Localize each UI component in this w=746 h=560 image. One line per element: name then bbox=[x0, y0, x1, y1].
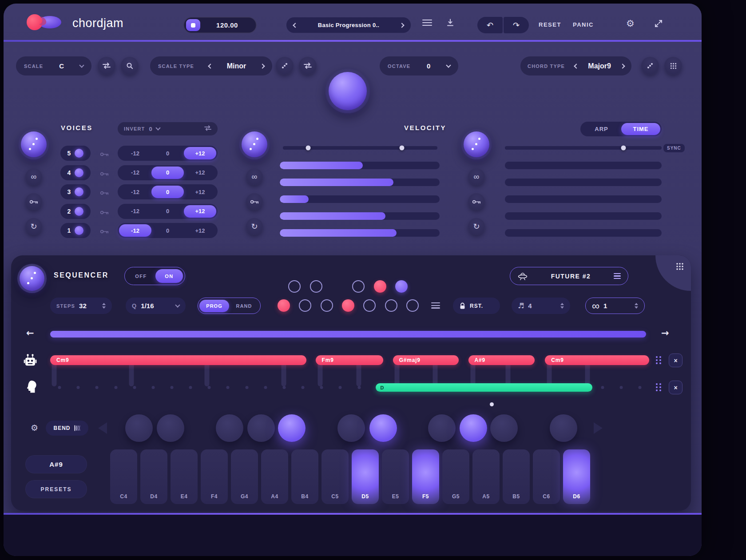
pattern-step-outline[interactable] bbox=[299, 299, 311, 312]
voice-lock-icon[interactable] bbox=[100, 170, 109, 178]
pattern-step-outline[interactable] bbox=[310, 280, 322, 293]
rate-stepper[interactable] bbox=[560, 303, 564, 309]
time-bar-track[interactable] bbox=[505, 229, 662, 237]
piano-key-B4[interactable]: B4 bbox=[291, 449, 318, 504]
pattern-step-outline[interactable] bbox=[385, 299, 397, 312]
voice-offset-option[interactable]: -12 bbox=[119, 205, 151, 218]
pattern-step-pink[interactable] bbox=[374, 280, 386, 293]
menu-icon[interactable] bbox=[422, 19, 432, 26]
chord-type-selector[interactable]: CHORD TYPE Major9 bbox=[520, 56, 631, 75]
arp-option[interactable]: ARP bbox=[582, 126, 621, 132]
chord-bar[interactable]: Cm9 bbox=[50, 355, 306, 365]
pattern-step-pink[interactable] bbox=[342, 299, 354, 312]
chord-bar[interactable]: Fm9 bbox=[316, 355, 383, 365]
time-bar-track[interactable] bbox=[505, 179, 662, 186]
voice-offset-option[interactable]: +12 bbox=[184, 147, 216, 159]
pattern-step-outline[interactable] bbox=[363, 299, 376, 312]
scroll-left-arrow[interactable]: ← bbox=[26, 328, 34, 338]
velocity-infinity-button[interactable]: ∞ bbox=[246, 168, 263, 185]
piano-key-A4[interactable]: A4 bbox=[261, 449, 288, 504]
invert-flip-icon[interactable] bbox=[204, 125, 211, 133]
reset-button[interactable]: RESET bbox=[539, 21, 561, 28]
piano-key-C5[interactable]: C5 bbox=[321, 449, 349, 504]
velocity-range-handle[interactable] bbox=[306, 146, 311, 151]
preset-prev-icon[interactable] bbox=[293, 23, 298, 28]
piano-key-B5[interactable]: B5 bbox=[503, 449, 530, 504]
presets-button[interactable]: PRESETS bbox=[25, 480, 87, 498]
settings-gear-icon[interactable]: ⚙ bbox=[626, 18, 635, 29]
panic-button[interactable]: PANIC bbox=[573, 21, 594, 28]
piano-key-D5[interactable]: D5 bbox=[352, 449, 379, 504]
off-option[interactable]: OFF bbox=[127, 274, 155, 279]
scale-random-button[interactable] bbox=[276, 57, 294, 75]
time-infinity-button[interactable]: ∞ bbox=[468, 168, 485, 185]
voice-toggle[interactable]: 4 bbox=[60, 165, 91, 180]
scroll-right-arrow[interactable]: → bbox=[661, 328, 669, 338]
pattern-step-purple[interactable] bbox=[395, 280, 408, 293]
human-lane-icon[interactable] bbox=[25, 380, 38, 394]
download-icon[interactable] bbox=[446, 18, 455, 27]
time-reset-button[interactable]: ↻ bbox=[468, 218, 485, 235]
bend-pad[interactable] bbox=[550, 414, 577, 442]
piano-key-F5[interactable]: F5 bbox=[412, 449, 439, 504]
voice-offset-option[interactable]: +12 bbox=[184, 186, 216, 198]
velocity-bar-track[interactable] bbox=[280, 212, 440, 220]
voice-toggle[interactable]: 2 bbox=[60, 204, 91, 219]
voice-lock-icon[interactable] bbox=[100, 228, 109, 236]
voice-offset-option[interactable]: 0 bbox=[151, 205, 184, 218]
voice-offset-option[interactable]: +12 bbox=[184, 224, 216, 237]
scale-selector[interactable]: SCALE C bbox=[16, 56, 91, 75]
octave-selector[interactable]: OCTAVE 0 bbox=[380, 56, 458, 75]
invert-selector[interactable]: INVERT 0 bbox=[118, 122, 218, 135]
velocity-reset-button[interactable]: ↻ bbox=[246, 218, 263, 235]
pattern-menu-icon[interactable] bbox=[431, 302, 440, 309]
chord-bar[interactable]: Cm9 bbox=[545, 355, 649, 365]
piano-key-C6[interactable]: C6 bbox=[533, 449, 560, 504]
voice-lock-icon[interactable] bbox=[100, 209, 109, 217]
bend-pad[interactable] bbox=[278, 414, 306, 442]
pattern-step-outline[interactable] bbox=[406, 299, 419, 312]
voice-toggle[interactable]: 1 bbox=[60, 223, 91, 238]
bend-pad[interactable] bbox=[460, 414, 487, 442]
sync-toggle[interactable]: SYNC bbox=[663, 144, 685, 152]
bend-pad[interactable] bbox=[216, 414, 243, 442]
voice-offset-option[interactable]: 0 bbox=[151, 224, 184, 237]
chord-bar[interactable]: G#maj9 bbox=[393, 355, 459, 365]
rate-control[interactable]: ♬ 4 bbox=[512, 298, 570, 314]
bend-pad[interactable] bbox=[125, 414, 153, 442]
loop-control[interactable]: ∞ 1 bbox=[585, 298, 645, 314]
voice-toggle[interactable]: 3 bbox=[60, 184, 91, 199]
chord-bar[interactable]: A#9 bbox=[468, 355, 535, 365]
redo-button[interactable]: ↷ bbox=[504, 17, 529, 33]
voice-offset-option[interactable]: -12 bbox=[119, 224, 151, 237]
chord-lane-drag-handle[interactable] bbox=[656, 356, 662, 365]
time-option[interactable]: TIME bbox=[621, 123, 660, 135]
time-slider[interactable] bbox=[505, 146, 662, 150]
master-chord-knob[interactable] bbox=[325, 69, 370, 113]
piano-key-D6[interactable]: D6 bbox=[563, 449, 590, 504]
undo-button[interactable]: ↶ bbox=[477, 17, 503, 33]
voice-lock-icon[interactable] bbox=[100, 189, 109, 197]
velocity-bar-track[interactable] bbox=[280, 195, 440, 203]
pattern-step-outline[interactable] bbox=[352, 280, 365, 293]
sequence-range-bar[interactable] bbox=[50, 331, 646, 338]
chord-type-random-button[interactable] bbox=[641, 57, 659, 75]
pads-next-triangle[interactable] bbox=[594, 422, 603, 434]
chord-lane-clear-button[interactable]: × bbox=[669, 353, 683, 367]
preset-selector[interactable]: Basic Progression 0.. bbox=[286, 17, 411, 33]
robot-lane-icon[interactable] bbox=[23, 353, 38, 367]
time-lock-button[interactable] bbox=[468, 193, 485, 210]
time-slider-handle[interactable] bbox=[621, 146, 626, 151]
voice-offset-option[interactable]: +12 bbox=[184, 205, 216, 218]
velocity-lock-button[interactable] bbox=[246, 193, 263, 210]
sequence-lanes[interactable]: D Cm9Fm9G#maj9A#9Cm9 bbox=[50, 355, 649, 395]
scale-type-prev-icon[interactable] bbox=[208, 64, 213, 68]
velocity-bar-track[interactable] bbox=[280, 179, 440, 186]
velocity-range-handle[interactable] bbox=[399, 146, 404, 151]
pattern-step-pink[interactable] bbox=[278, 299, 290, 312]
time-bar-track[interactable] bbox=[505, 195, 662, 203]
sequencer-preset-selector[interactable]: FUTURE #2 bbox=[510, 267, 628, 285]
velocity-bar-track[interactable] bbox=[280, 162, 440, 169]
velocity-bar-track[interactable] bbox=[280, 229, 440, 237]
bend-pad[interactable] bbox=[428, 414, 456, 442]
